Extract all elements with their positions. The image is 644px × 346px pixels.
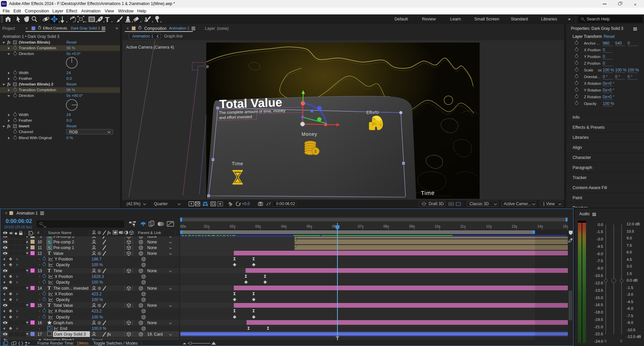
- svg-text:Time: Time: [232, 161, 244, 166]
- svg-text:Time: Time: [421, 190, 435, 196]
- svg-text:T: T: [105, 15, 110, 24]
- svg-text:Money: Money: [302, 131, 317, 137]
- svg-text:$: $: [314, 149, 317, 154]
- svg-text:e: e: [206, 64, 209, 69]
